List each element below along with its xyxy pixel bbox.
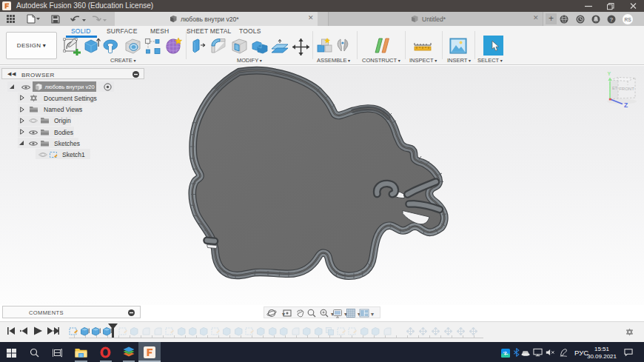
svg-text:?: ? — [610, 16, 614, 22]
svg-text:ET: ET — [612, 86, 618, 90]
svg-text:Z: Z — [624, 101, 628, 107]
svg-text:RS: RS — [624, 16, 631, 21]
svg-text:FRONT: FRONT — [619, 87, 634, 91]
svg-text:▾: ▾ — [371, 311, 374, 318]
svg-text:Y: Y — [608, 71, 611, 76]
